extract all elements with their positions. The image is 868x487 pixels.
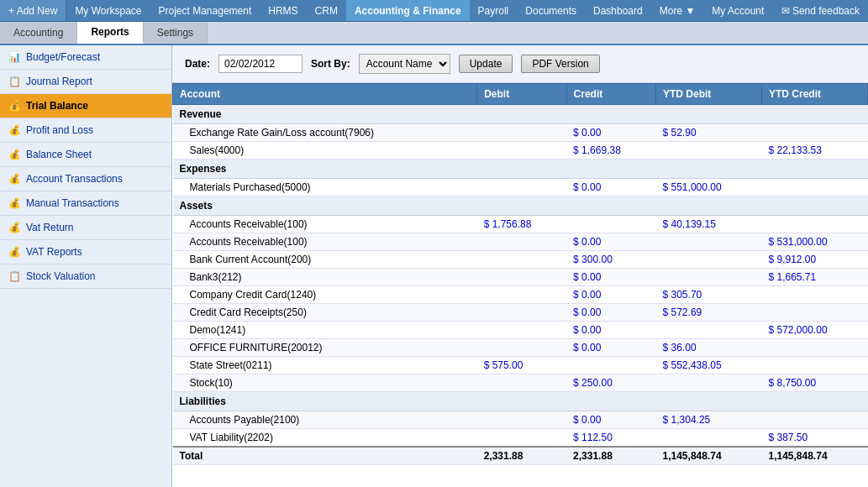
sidebar-item-trial[interactable]: 💰 Trial Balance (0, 94, 171, 118)
cell-ytdCredit: $ 1,665.71 (761, 269, 867, 286)
sidebar-item-stock[interactable]: 📋 Stock Valuation (0, 264, 171, 289)
cell-debit: $ 1,756.88 (477, 216, 566, 233)
total-label: Total (173, 447, 477, 465)
cell-debit (477, 304, 566, 322)
cell-ytdDebit (656, 374, 762, 392)
cell-debit (477, 251, 566, 269)
cell-ytdDebit: $ 551,000.00 (656, 179, 762, 196)
table-row[interactable]: Exchange Rate Gain/Loss account(7906)$ 0… (173, 124, 868, 142)
cell-ytdDebit: $ 36.00 (656, 339, 762, 357)
table-row[interactable]: State Street(0211)$ 575.00$ 552,438.05 (173, 357, 868, 374)
cell-account: State Street(0211) (173, 357, 477, 374)
cell-debit (477, 411, 566, 429)
cell-account: OFFICE FURNITURE(20012) (173, 339, 477, 357)
update-button[interactable]: Update (459, 55, 513, 73)
cell-ytdCredit (761, 286, 867, 304)
cell-ytdCredit: $ 572,000.00 (761, 322, 867, 339)
nav-crm[interactable]: CRM (307, 0, 346, 21)
total-value: 1,145,848.74 (761, 447, 867, 465)
cell-ytdDebit: $ 52.90 (656, 124, 762, 142)
table-row[interactable]: Accounts Receivable(100)$ 0.00$ 531,000.… (173, 233, 868, 251)
cell-credit: $ 0.00 (566, 411, 655, 429)
cell-debit (477, 124, 566, 142)
sort-by-label: Sort By: (311, 58, 350, 70)
cell-account: Stock(10) (173, 374, 477, 392)
cell-account: Credit Card Receipts(250) (173, 304, 477, 322)
sidebar-item-balance[interactable]: 💰 Balance Sheet (0, 143, 171, 167)
cell-credit: $ 0.00 (566, 179, 655, 196)
cell-ytdCredit: $ 22,133.53 (761, 142, 867, 160)
table-row[interactable]: Accounts Payable(2100)$ 0.00$ 1,304.25 (173, 411, 868, 429)
nav-my-account[interactable]: My Account (703, 0, 772, 21)
tab-reports[interactable]: Reports (77, 22, 143, 44)
tab-settings[interactable]: Settings (144, 22, 208, 44)
nav-more[interactable]: More ▼ (651, 0, 704, 21)
cell-account: Exchange Rate Gain/Loss account(7906) (173, 124, 477, 142)
table-row[interactable]: Materials Purchased(5000)$ 0.00$ 551,000… (173, 179, 868, 196)
cell-account: VAT Liability(2202) (173, 429, 477, 448)
cell-account: Accounts Receivable(100) (173, 216, 477, 233)
nav-feedback[interactable]: ✉ Send feedback (773, 0, 868, 21)
vat-icon: 💰 (7, 220, 22, 235)
table-row[interactable]: Company Credit Card(1240)$ 0.00$ 305.70 (173, 286, 868, 304)
cell-ytdCredit: $ 9,912.00 (761, 251, 867, 269)
cell-debit (477, 233, 566, 251)
col-credit: Credit (566, 84, 655, 105)
sidebar-item-profit[interactable]: 💰 Profit and Loss (0, 118, 171, 143)
sidebar-item-journal[interactable]: 📋 Journal Report (0, 70, 171, 94)
tab-accounting[interactable]: Accounting (0, 22, 77, 44)
trial-balance-table: Account Debit Credit YTD Debit YTD Credi… (172, 83, 868, 465)
section-header: Liabilities (173, 392, 868, 411)
nav-hrms[interactable]: HRMS (260, 0, 306, 21)
cell-debit (477, 339, 566, 357)
section-header: Assets (173, 196, 868, 216)
cell-account: Materials Purchased(5000) (173, 179, 477, 196)
sort-by-select[interactable]: Account NameAccount Code (359, 54, 450, 74)
col-ytd-debit: YTD Debit (656, 84, 762, 105)
manual-icon: 💰 (7, 196, 22, 211)
sidebar-item-vatrep[interactable]: 💰 VAT Reports (0, 240, 171, 264)
nav-payroll[interactable]: Payroll (470, 0, 518, 21)
cell-ytdCredit: $ 531,000.00 (761, 233, 867, 251)
cell-account: Company Credit Card(1240) (173, 286, 477, 304)
nav-documents[interactable]: Documents (517, 0, 585, 21)
table-row[interactable]: Sales(4000)$ 1,669.38$ 22,133.53 (173, 142, 868, 160)
balance-icon: 💰 (7, 147, 22, 162)
journal-icon: 📋 (7, 74, 22, 89)
sidebar-item-acct-trans[interactable]: 💰 Account Transactions (0, 167, 171, 191)
cell-debit (477, 269, 566, 286)
pdf-button[interactable]: PDF Version (521, 55, 599, 73)
col-debit: Debit (477, 84, 566, 105)
cell-ytdCredit (761, 124, 867, 142)
table-row[interactable]: Bank Current Account(200)$ 300.00$ 9,912… (173, 251, 868, 269)
table-row[interactable]: Stock(10)$ 250.00$ 8,750.00 (173, 374, 868, 392)
section-header: Revenue (173, 105, 868, 124)
table-row[interactable]: VAT Liability(2202)$ 112.50$ 387.50 (173, 429, 868, 448)
nav-my-workspace[interactable]: My Workspace (66, 0, 150, 21)
cell-credit: $ 112.50 (566, 429, 655, 448)
table-row[interactable]: Bank3(212)$ 0.00$ 1,665.71 (173, 269, 868, 286)
add-new-button[interactable]: + Add New (0, 0, 66, 21)
sidebar-item-manual[interactable]: 💰 Manual Transactions (0, 191, 171, 216)
table-row[interactable]: Accounts Receivable(100)$ 1,756.88$ 40,1… (173, 216, 868, 233)
cell-credit: $ 0.00 (566, 286, 655, 304)
cell-debit (477, 429, 566, 448)
section-header: Expenses (173, 160, 868, 179)
cell-ytdDebit: $ 572.69 (656, 304, 762, 322)
sidebar-item-budget[interactable]: 📊 Budget/Forecast (0, 45, 171, 70)
layout: 📊 Budget/Forecast 📋 Journal Report 💰 Tri… (0, 45, 868, 487)
table-row[interactable]: Credit Card Receipts(250)$ 0.00$ 572.69 (173, 304, 868, 322)
date-input[interactable] (218, 55, 302, 73)
nav-dashboard[interactable]: Dashboard (585, 0, 651, 21)
total-value: 2,331.88 (477, 447, 566, 465)
nav-project-mgmt[interactable]: Project Management (150, 0, 260, 21)
sidebar-item-vat[interactable]: 💰 Vat Return (0, 216, 171, 240)
col-ytd-credit: YTD Credit (761, 84, 867, 105)
cell-ytdDebit (656, 322, 762, 339)
cell-debit (477, 374, 566, 392)
table-row[interactable]: OFFICE FURNITURE(20012)$ 0.00$ 36.00 (173, 339, 868, 357)
nav-accounting-finance[interactable]: Accounting & Finance (346, 0, 470, 21)
stock-icon: 📋 (7, 269, 22, 284)
table-row[interactable]: Demo(1241)$ 0.00$ 572,000.00 (173, 322, 868, 339)
second-tabs: Accounting Reports Settings (0, 22, 868, 45)
